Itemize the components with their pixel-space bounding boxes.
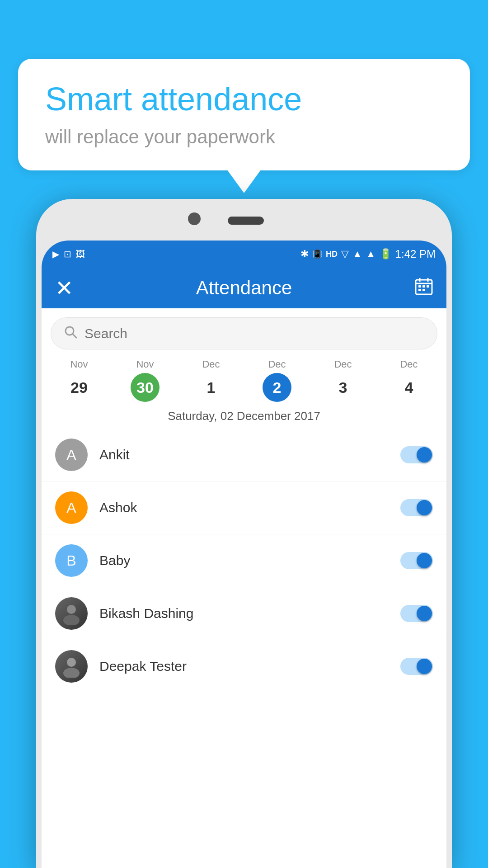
wifi-icon: ▽ bbox=[341, 248, 349, 260]
list-item: B Baby bbox=[42, 534, 446, 587]
attendance-toggle-ashok[interactable] bbox=[400, 499, 433, 516]
date-month: Dec bbox=[334, 359, 352, 370]
bluetooth-icon: ✱ bbox=[300, 248, 309, 260]
status-icons-right: ✱ 📳 HD ▽ ▲ ▲ 🔋 1:42 PM bbox=[300, 248, 436, 260]
toggle-knob bbox=[417, 447, 432, 462]
date-item-dec3[interactable]: Dec 3 bbox=[328, 359, 357, 402]
status-time: 1:42 PM bbox=[395, 248, 436, 260]
phone-earpiece bbox=[228, 217, 264, 225]
svg-point-14 bbox=[63, 668, 80, 678]
svg-rect-6 bbox=[427, 285, 429, 288]
date-number-active: 2 bbox=[263, 373, 291, 402]
date-month: Dec bbox=[400, 359, 418, 370]
svg-point-12 bbox=[63, 615, 80, 625]
date-item-dec4[interactable]: Dec 4 bbox=[394, 359, 423, 402]
phone-screen: ▶ ⊡ 🖼 ✱ 📳 HD ▽ ▲ ▲ 🔋 1:42 PM ✕ Attendanc… bbox=[42, 241, 446, 868]
avatar: B bbox=[55, 544, 88, 577]
person-name: Ankit bbox=[99, 447, 400, 462]
svg-point-11 bbox=[67, 605, 76, 614]
attendance-toggle-deepak[interactable] bbox=[400, 658, 433, 675]
list-item: A Ankit bbox=[42, 429, 446, 481]
date-number: 4 bbox=[394, 373, 423, 402]
toggle-knob bbox=[417, 606, 432, 621]
hd-badge: HD bbox=[326, 250, 338, 259]
attendance-list: A Ankit A Ashok B Baby bbox=[42, 429, 446, 693]
date-item-nov29[interactable]: Nov 29 bbox=[65, 359, 94, 402]
person-name: Deepak Tester bbox=[99, 659, 400, 674]
date-month: Dec bbox=[202, 359, 220, 370]
date-number: 3 bbox=[328, 373, 357, 402]
phone-top-decorations bbox=[36, 212, 452, 225]
avatar-photo-inner bbox=[55, 597, 88, 630]
play-icon: ▶ bbox=[52, 249, 59, 259]
search-icon bbox=[64, 325, 77, 342]
sync-icon: ⊡ bbox=[64, 249, 71, 259]
svg-rect-4 bbox=[418, 285, 421, 288]
search-input[interactable] bbox=[84, 326, 424, 341]
attendance-toggle-ankit[interactable] bbox=[400, 446, 433, 463]
date-item-dec1[interactable]: Dec 1 bbox=[197, 359, 225, 402]
person-name: Bikash Dashing bbox=[99, 606, 400, 621]
avatar-photo-inner bbox=[55, 650, 88, 683]
phone-mockup: ▶ ⊡ 🖼 ✱ 📳 HD ▽ ▲ ▲ 🔋 1:42 PM ✕ Attendanc… bbox=[36, 199, 452, 868]
vibrate-icon: 📳 bbox=[312, 249, 322, 259]
avatar: A bbox=[55, 439, 88, 471]
list-item: A Ashok bbox=[42, 481, 446, 534]
date-item-dec2[interactable]: Dec 2 bbox=[263, 359, 291, 402]
signal-icon-2: ▲ bbox=[366, 248, 376, 260]
date-number-selected: 30 bbox=[131, 373, 160, 402]
svg-rect-8 bbox=[422, 289, 425, 291]
signal-icon: ▲ bbox=[352, 248, 362, 260]
speech-bubble: Smart attendance will replace your paper… bbox=[18, 59, 470, 170]
phone-camera bbox=[188, 212, 201, 225]
attendance-toggle-baby[interactable] bbox=[400, 552, 433, 569]
bubble-subtitle: will replace your paperwork bbox=[45, 126, 443, 148]
list-item: Bikash Dashing bbox=[42, 587, 446, 640]
list-item: Deepak Tester bbox=[42, 640, 446, 693]
svg-point-13 bbox=[67, 658, 76, 667]
svg-rect-5 bbox=[422, 285, 425, 288]
search-bar[interactable] bbox=[51, 317, 437, 349]
bubble-title: Smart attendance bbox=[45, 81, 443, 117]
toggle-knob bbox=[417, 553, 432, 568]
date-strip: Nov 29 Nov 30 Dec 1 Dec 2 Dec 3 Dec 4 bbox=[42, 354, 446, 402]
avatar-photo bbox=[55, 650, 88, 683]
toggle-knob bbox=[417, 659, 432, 674]
date-item-nov30[interactable]: Nov 30 bbox=[131, 359, 160, 402]
svg-rect-7 bbox=[418, 289, 421, 291]
avatar-photo bbox=[55, 597, 88, 630]
status-icons-left: ▶ ⊡ 🖼 bbox=[52, 249, 85, 259]
date-month: Dec bbox=[268, 359, 286, 370]
selected-date-label: Saturday, 02 December 2017 bbox=[42, 402, 446, 429]
image-icon: 🖼 bbox=[76, 249, 85, 259]
person-name: Baby bbox=[99, 553, 400, 568]
battery-icon: 🔋 bbox=[380, 248, 392, 260]
status-bar: ▶ ⊡ 🖼 ✱ 📳 HD ▽ ▲ ▲ 🔋 1:42 PM bbox=[42, 241, 446, 268]
toggle-knob bbox=[417, 500, 432, 515]
person-name: Ashok bbox=[99, 500, 400, 515]
svg-line-10 bbox=[73, 334, 76, 338]
app-bar: ✕ Attendance bbox=[42, 268, 446, 308]
close-button[interactable]: ✕ bbox=[55, 275, 73, 301]
app-bar-title: Attendance bbox=[196, 277, 292, 299]
calendar-icon[interactable] bbox=[415, 277, 433, 299]
date-month: Nov bbox=[70, 359, 88, 370]
avatar: A bbox=[55, 491, 88, 524]
date-number: 1 bbox=[197, 373, 225, 402]
attendance-toggle-bikash[interactable] bbox=[400, 605, 433, 622]
date-month: Nov bbox=[136, 359, 154, 370]
date-number: 29 bbox=[65, 373, 94, 402]
